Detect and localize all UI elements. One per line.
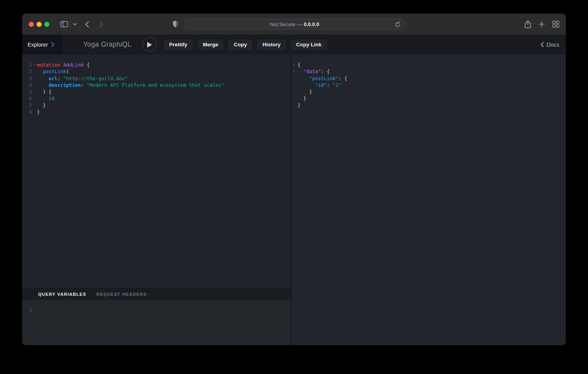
back-button-icon[interactable] bbox=[83, 14, 91, 35]
close-window-button[interactable] bbox=[29, 22, 34, 27]
browser-window: Not Secure — 0.0.0.0 bbox=[22, 14, 566, 345]
traffic-lights bbox=[29, 22, 49, 27]
code-line[interactable]: 5 ) { bbox=[22, 88, 291, 95]
code-text: } bbox=[37, 109, 40, 115]
code-text: id bbox=[37, 95, 54, 102]
fold-arrow-icon[interactable]: ▾ bbox=[292, 61, 298, 68]
query-variables-editor[interactable]: 1 bbox=[22, 300, 291, 345]
code-line[interactable]: ▾{ bbox=[292, 61, 566, 68]
query-editor[interactable]: 1▾mutation AddLink {2 postLink(3 url: "h… bbox=[22, 54, 291, 288]
sidebar-chevron-down-icon[interactable] bbox=[71, 14, 78, 35]
fold-gutter bbox=[292, 88, 298, 95]
fold-gutter bbox=[32, 75, 37, 82]
code-line[interactable]: 6 id bbox=[22, 95, 291, 102]
merge-button[interactable]: Merge bbox=[198, 39, 224, 50]
code-text: } bbox=[298, 95, 306, 102]
code-text: description: "Modern API Platform and ec… bbox=[37, 82, 224, 88]
response-code: ▾{▾ "data": { "postLink": { "id": "2" } … bbox=[292, 54, 566, 109]
line-number: 4 bbox=[22, 82, 32, 88]
copy-link-button[interactable]: Copy Link bbox=[291, 39, 327, 50]
tab-request-headers[interactable]: REQUEST HEADERS bbox=[96, 292, 147, 297]
tab-overview-icon[interactable] bbox=[551, 14, 561, 35]
main-area: 1▾mutation AddLink {2 postLink(3 url: "h… bbox=[22, 54, 566, 345]
code-line[interactable]: 1▾mutation AddLink { bbox=[22, 61, 291, 68]
sidebar-toggle-icon[interactable] bbox=[59, 14, 69, 35]
code-line[interactable]: "postLink": { bbox=[292, 75, 566, 82]
fold-gutter bbox=[32, 95, 37, 102]
fold-gutter bbox=[292, 102, 298, 109]
new-tab-icon[interactable] bbox=[537, 14, 546, 35]
copy-button[interactable]: Copy bbox=[228, 39, 252, 50]
fold-gutter bbox=[32, 102, 37, 109]
code-text: } bbox=[37, 102, 46, 109]
explorer-label: Explorer bbox=[28, 42, 48, 48]
code-line[interactable]: ▾ "data": { bbox=[292, 68, 566, 75]
line-number: 6 bbox=[22, 95, 32, 102]
browser-chrome: Not Secure — 0.0.0.0 bbox=[22, 14, 566, 35]
code-text: "data": { bbox=[298, 68, 330, 75]
chevron-right-icon bbox=[51, 42, 54, 47]
fold-gutter bbox=[292, 75, 298, 82]
app-logo: Yoga GraphiQL bbox=[83, 40, 131, 49]
line-number: 1 bbox=[22, 61, 32, 68]
history-button[interactable]: History bbox=[257, 39, 286, 50]
code-text: "id": "2" bbox=[298, 82, 341, 88]
code-line[interactable]: } bbox=[292, 95, 566, 102]
fold-gutter bbox=[32, 109, 37, 115]
fold-arrow-icon[interactable]: ▾ bbox=[292, 68, 298, 75]
tab-query-variables[interactable]: QUERY VARIABLES bbox=[38, 292, 86, 297]
line-number: 2 bbox=[22, 68, 32, 75]
forward-button-icon[interactable] bbox=[97, 14, 105, 35]
minimize-window-button[interactable] bbox=[37, 22, 42, 27]
line-number: 7 bbox=[22, 102, 32, 109]
query-code: 1▾mutation AddLink {2 postLink(3 url: "h… bbox=[22, 54, 291, 115]
code-text: url: "http://the-guild.dev" bbox=[37, 75, 128, 82]
privacy-shield-icon[interactable] bbox=[171, 14, 180, 35]
fold-gutter bbox=[32, 68, 37, 75]
code-line[interactable]: } bbox=[292, 102, 566, 109]
code-text: postLink( bbox=[37, 68, 69, 75]
fold-gutter bbox=[32, 88, 37, 95]
fold-gutter bbox=[32, 82, 37, 88]
code-text: } bbox=[298, 88, 312, 95]
docs-label: Docs bbox=[546, 42, 559, 48]
explorer-toggle[interactable]: Explorer bbox=[22, 35, 63, 54]
code-line[interactable]: 2 postLink( bbox=[22, 68, 291, 75]
execute-query-button[interactable] bbox=[142, 37, 157, 52]
fold-arrow-icon[interactable]: ▾ bbox=[32, 61, 37, 68]
variables-tabbar: QUERY VARIABLES REQUEST HEADERS bbox=[22, 288, 291, 300]
code-text: "postLink": { bbox=[298, 75, 347, 82]
chrome-separator bbox=[70, 21, 70, 27]
code-line[interactable]: 4 description: "Modern API Platform and … bbox=[22, 82, 291, 88]
fold-gutter bbox=[292, 95, 298, 102]
address-bar[interactable]: Not Secure — 0.0.0.0 bbox=[185, 19, 404, 30]
share-icon[interactable] bbox=[523, 14, 532, 35]
code-line[interactable]: } bbox=[292, 88, 566, 95]
graphiql-toolbar: Explorer Yoga GraphiQL Prettify Merge Co… bbox=[22, 35, 566, 54]
code-text: ) { bbox=[37, 88, 52, 95]
fold-gutter bbox=[292, 82, 298, 88]
line-number: 3 bbox=[22, 75, 32, 82]
zoom-window-button[interactable] bbox=[44, 22, 49, 27]
chevron-left-icon bbox=[541, 42, 544, 47]
play-icon bbox=[147, 42, 152, 48]
line-number: 5 bbox=[22, 88, 32, 95]
code-line[interactable]: 8} bbox=[22, 109, 291, 115]
code-text: mutation AddLink { bbox=[37, 61, 90, 68]
prettify-button[interactable]: Prettify bbox=[164, 39, 193, 50]
code-line[interactable]: 7 } bbox=[22, 102, 291, 109]
security-label: Not Secure — bbox=[270, 21, 302, 27]
code-line[interactable]: "id": "2" bbox=[292, 82, 566, 88]
url-host: 0.0.0.0 bbox=[304, 21, 319, 27]
code-line[interactable]: 3 url: "http://the-guild.dev" bbox=[22, 75, 291, 82]
docs-toggle[interactable]: Docs bbox=[541, 35, 559, 54]
response-viewer: ▾{▾ "data": { "postLink": { "id": "2" } … bbox=[292, 54, 566, 345]
code-text: { bbox=[298, 61, 301, 68]
toolbar-buttons: Prettify Merge Copy History Copy Link bbox=[164, 39, 327, 50]
reload-icon[interactable] bbox=[395, 21, 401, 28]
code-text: } bbox=[298, 102, 301, 109]
left-column: 1▾mutation AddLink {2 postLink(3 url: "h… bbox=[22, 54, 291, 345]
variables-line-number: 1 bbox=[29, 307, 32, 313]
line-number: 8 bbox=[22, 109, 32, 115]
